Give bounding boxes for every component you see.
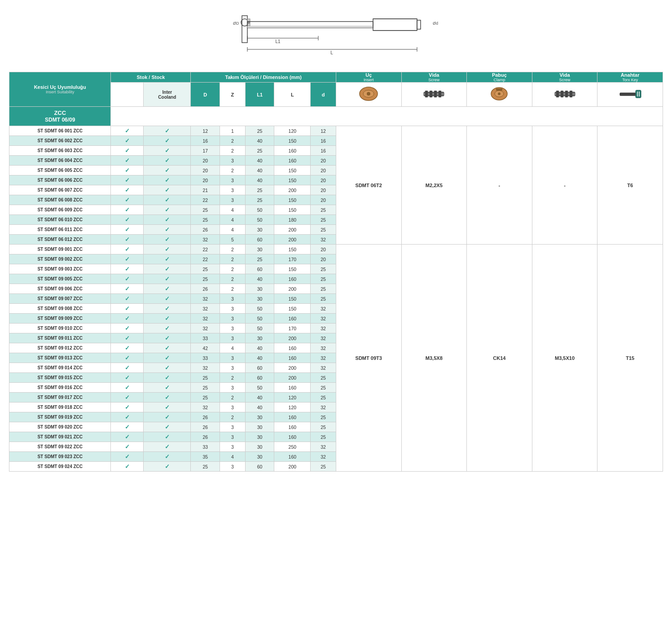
inter-check: ✓ bbox=[144, 403, 191, 412]
stok-check: ✓ bbox=[111, 205, 144, 215]
svg-point-28 bbox=[498, 92, 501, 95]
insert-suitability-header: Kesici Uç Uyumluluğu Insert Suitability bbox=[9, 72, 111, 107]
dim-d: 32 bbox=[311, 442, 336, 452]
table-row: ST SDMT 06 001 ZCC✓✓1212512012SDMT 06T2M… bbox=[9, 126, 663, 136]
dim-d: 12 bbox=[311, 126, 336, 136]
dim-d: 20 bbox=[311, 254, 336, 264]
inter-check: ✓ bbox=[144, 452, 191, 462]
inter-check: ✓ bbox=[144, 363, 191, 373]
dim-L1: 30 bbox=[245, 412, 274, 422]
dim-Z: 5 bbox=[220, 235, 246, 245]
dim-d: 25 bbox=[311, 462, 336, 472]
group1-vida-screw: M2,2X5 bbox=[401, 126, 467, 245]
dim-D: 12 bbox=[191, 126, 220, 136]
dim-L1: 60 bbox=[245, 264, 274, 274]
dim-D: 25 bbox=[191, 264, 220, 274]
dim-L1: 40 bbox=[245, 353, 274, 363]
torx-key-icon-header bbox=[597, 83, 663, 107]
part-name: ST SDMT 09 003 ZCC bbox=[9, 264, 111, 274]
dim-Z: 3 bbox=[220, 363, 246, 373]
dim-Z: 3 bbox=[220, 156, 246, 166]
dim-L: 160 bbox=[274, 432, 311, 442]
inter-check: ✓ bbox=[144, 324, 191, 333]
stok-check: ✓ bbox=[111, 403, 144, 412]
inter-check: ✓ bbox=[144, 422, 191, 432]
svg-rect-22 bbox=[425, 91, 428, 97]
dim-Z: 2 bbox=[220, 373, 246, 383]
dim-Z: 3 bbox=[220, 432, 246, 442]
inter-check: ✓ bbox=[144, 284, 191, 294]
stok-check: ✓ bbox=[111, 304, 144, 314]
stok-check: ✓ bbox=[111, 432, 144, 442]
dim-Z: 2 bbox=[220, 136, 246, 146]
part-name: ST SDMT 09 012 ZCC bbox=[9, 343, 111, 353]
dim-D: 22 bbox=[191, 245, 220, 254]
dim-L1: 60 bbox=[245, 363, 274, 373]
inter-check: ✓ bbox=[144, 343, 191, 353]
stok-check: ✓ bbox=[111, 324, 144, 333]
dim-D: 32 bbox=[191, 403, 220, 412]
dim-L: 200 bbox=[274, 333, 311, 343]
group2-torx-key: T15 bbox=[597, 245, 663, 472]
dim-Z: 3 bbox=[220, 442, 246, 452]
inter-check: ✓ bbox=[144, 156, 191, 166]
dim-d: 32 bbox=[311, 343, 336, 353]
vida-screw-icon-header bbox=[401, 83, 467, 107]
inter-check: ✓ bbox=[144, 432, 191, 442]
stok-check: ✓ bbox=[111, 353, 144, 363]
dim-L: 200 bbox=[274, 284, 311, 294]
dim-L1: 30 bbox=[245, 284, 274, 294]
stok-check: ✓ bbox=[111, 412, 144, 422]
dim-L1: 40 bbox=[245, 403, 274, 412]
dim-Z: 4 bbox=[220, 452, 246, 462]
dim-D: 16 bbox=[191, 136, 220, 146]
vida-screw-header: Vida Screw bbox=[401, 72, 467, 83]
group2-pabuc-clamp: CK14 bbox=[467, 245, 532, 472]
stok-check: ✓ bbox=[111, 274, 144, 284]
zcc-spacer bbox=[111, 107, 663, 126]
uc-insert-header: Uç Insert bbox=[336, 72, 401, 83]
dim-L: 200 bbox=[274, 185, 311, 195]
dim-D: 21 bbox=[191, 185, 220, 195]
dim-D: 26 bbox=[191, 422, 220, 432]
L1-header: L1 bbox=[245, 83, 274, 107]
dim-L1: 50 bbox=[245, 324, 274, 333]
part-name: ST SDMT 09 006 ZCC bbox=[9, 284, 111, 294]
dim-L1: 30 bbox=[245, 452, 274, 462]
part-name: ST SDMT 09 018 ZCC bbox=[9, 403, 111, 412]
dim-D: 32 bbox=[191, 304, 220, 314]
part-name: ST SDMT 09 002 ZCC bbox=[9, 254, 111, 264]
stok-check: ✓ bbox=[111, 254, 144, 264]
dim-d: 32 bbox=[311, 363, 336, 373]
dim-L: 160 bbox=[274, 383, 311, 393]
dim-d: 25 bbox=[311, 284, 336, 294]
dim-D: 26 bbox=[191, 412, 220, 422]
dim-d: 25 bbox=[311, 294, 336, 304]
dim-L1: 30 bbox=[245, 245, 274, 254]
dim-L1: 40 bbox=[245, 156, 274, 166]
dim-D: 32 bbox=[191, 294, 220, 304]
dim-L: 150 bbox=[274, 264, 311, 274]
dim-Z: 4 bbox=[220, 225, 246, 235]
dim-L1: 25 bbox=[245, 254, 274, 264]
part-name: ST SDMT 09 021 ZCC bbox=[9, 432, 111, 442]
dim-d: 32 bbox=[311, 403, 336, 412]
dim-Z: 1 bbox=[220, 126, 246, 136]
part-name: ST SDMT 06 006 ZCC bbox=[9, 175, 111, 185]
stock-header: Stok / Stock bbox=[111, 72, 191, 83]
dim-d: 32 bbox=[311, 304, 336, 314]
part-name: ST SDMT 09 020 ZCC bbox=[9, 422, 111, 432]
dim-L: 160 bbox=[274, 353, 311, 363]
dim-Z: 3 bbox=[220, 422, 246, 432]
part-name: ST SDMT 09 005 ZCC bbox=[9, 274, 111, 284]
dim-Z: 4 bbox=[220, 215, 246, 225]
stok-check: ✓ bbox=[111, 462, 144, 472]
part-name: ST SDMT 09 014 ZCC bbox=[9, 363, 111, 373]
dim-L: 160 bbox=[274, 314, 311, 324]
svg-rect-24 bbox=[434, 91, 437, 97]
part-name: ST SDMT 09 019 ZCC bbox=[9, 412, 111, 422]
dim-D: 32 bbox=[191, 324, 220, 333]
inter-check: ✓ bbox=[144, 383, 191, 393]
dim-Z: 3 bbox=[220, 324, 246, 333]
stok-check: ✓ bbox=[111, 175, 144, 185]
